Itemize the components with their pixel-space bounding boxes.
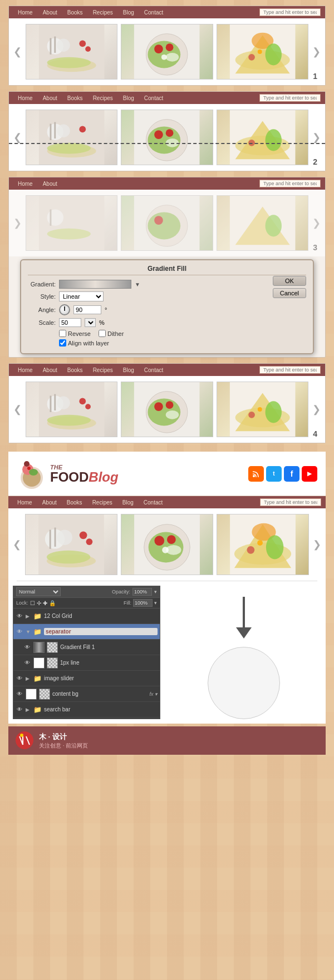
layer-expand-separator[interactable]: ▼	[26, 629, 31, 635]
svg-point-30	[79, 126, 86, 132]
nav-contact-4[interactable]: Contact	[140, 366, 168, 374]
layer-eye-separator[interactable]: 👁	[16, 628, 23, 635]
nav-home-3[interactable]: Home	[13, 180, 37, 188]
nav-search-1[interactable]	[259, 8, 321, 16]
nav-recipes-1[interactable]: Recipes	[89, 8, 117, 17]
layer-row-contentbg[interactable]: 👁 content bg fx ▾	[13, 686, 160, 702]
section-number-2: 2	[313, 157, 317, 166]
nav-home-4[interactable]: Home	[13, 366, 37, 374]
food-image-1-1	[26, 24, 117, 80]
style-select[interactable]: Linear	[59, 291, 104, 301]
nav-search-4[interactable]	[259, 366, 321, 374]
nav-about-1[interactable]: About	[38, 8, 62, 17]
nav-recipes-4[interactable]: Recipes	[89, 366, 117, 374]
svg-point-21	[248, 54, 255, 61]
ok-button[interactable]: OK	[273, 276, 306, 286]
nav-blog-2[interactable]: Blog	[119, 94, 139, 102]
nav-about-final[interactable]: About	[38, 498, 61, 507]
food-image-f-2	[121, 514, 213, 575]
nav-contact-1[interactable]: Contact	[140, 8, 168, 17]
blend-mode-select[interactable]: Normal	[16, 587, 61, 596]
nav-books-4[interactable]: Books	[63, 366, 87, 374]
nav-search-2[interactable]	[259, 94, 321, 102]
facebook-button[interactable]: f	[284, 466, 299, 482]
next-arrow-4[interactable]: ❯	[312, 403, 321, 415]
lock-icon-3[interactable]: ✚	[43, 600, 47, 606]
nav-blog-final[interactable]: Blog	[118, 498, 138, 507]
next-arrow-3[interactable]: ❯	[312, 217, 321, 229]
gradient-arrow[interactable]: ▼	[135, 281, 140, 288]
prev-arrow-4[interactable]: ❮	[13, 403, 22, 415]
reverse-checkbox[interactable]	[59, 330, 66, 337]
opacity-input[interactable]	[132, 588, 152, 596]
prev-arrow-3[interactable]: ❯	[13, 217, 22, 229]
cancel-button[interactable]: Cancel	[273, 288, 306, 298]
svg-point-55	[47, 415, 91, 426]
nav-home-1[interactable]: Home	[13, 8, 37, 17]
layer-row-imageslider[interactable]: 👁 ▶ 📁 image slider	[13, 671, 160, 686]
lock-icon-1[interactable]: ☐	[30, 600, 35, 606]
layer-fx-icon[interactable]: fx ▾	[149, 691, 158, 697]
nav-home-2[interactable]: Home	[13, 94, 37, 102]
opacity-dropdown-icon[interactable]: ▾	[154, 589, 157, 595]
nav-books-1[interactable]: Books	[63, 8, 87, 17]
dither-checkbox[interactable]	[99, 330, 106, 337]
nav-blog-4[interactable]: Blog	[119, 366, 139, 374]
nav-contact-final[interactable]: Contact	[139, 498, 167, 507]
next-arrow-2[interactable]: ❯	[312, 131, 321, 143]
nav-about-3[interactable]: About	[38, 180, 62, 188]
nav-about-4[interactable]: About	[38, 366, 62, 374]
layer-row-1pxline[interactable]: 👁 1px line	[13, 655, 160, 671]
angle-input[interactable]	[73, 305, 101, 314]
nav-recipes-final[interactable]: Recipes	[88, 498, 117, 507]
scale-input[interactable]	[59, 318, 81, 327]
layer-expand-12col[interactable]: ▶	[26, 613, 31, 619]
layer-name-separator: separator	[44, 628, 158, 635]
nav-search-3[interactable]	[259, 180, 321, 187]
svg-point-72	[248, 412, 255, 418]
twitter-button[interactable]: t	[266, 466, 282, 482]
nav-books-final[interactable]: Books	[62, 498, 87, 507]
prev-arrow-1[interactable]: ❮	[13, 46, 22, 58]
angle-label: Angle:	[28, 306, 56, 313]
nav-about-2[interactable]: About	[38, 94, 62, 102]
reverse-checkbox-label: Reverse	[59, 330, 91, 337]
youtube-button[interactable]: ▶	[302, 466, 317, 482]
svg-point-101	[266, 535, 283, 559]
gradient-preview[interactable]	[59, 280, 131, 289]
nav-books-2[interactable]: Books	[63, 94, 87, 102]
style-row: Style: Linear	[28, 291, 306, 301]
layer-expand-imageslider[interactable]: ▶	[26, 676, 31, 681]
fill-input[interactable]	[133, 599, 153, 607]
scale-dropdown[interactable]: ▾	[85, 318, 96, 327]
layer-row-12col[interactable]: 👁 ▶ 📁 12 Col Grid	[13, 608, 160, 624]
layer-row-separator[interactable]: 👁 ▼ 📁 separator	[13, 624, 160, 640]
layer-eye-12col[interactable]: 👁	[16, 613, 23, 619]
prev-arrow-2[interactable]: ❮	[13, 131, 22, 143]
lock-icon-4[interactable]: 🔒	[49, 600, 56, 606]
align-checkbox[interactable]	[59, 339, 66, 347]
angle-knob[interactable]	[59, 304, 70, 315]
nav-blog-1[interactable]: Blog	[119, 8, 139, 17]
lock-icon-2[interactable]: ✢	[37, 600, 41, 606]
layer-eye-contentbg[interactable]: 👁	[16, 691, 23, 697]
nav-recipes-2[interactable]: Recipes	[89, 94, 117, 102]
layer-eye-searchbar[interactable]: 👁	[16, 706, 23, 712]
layer-row-searchbar[interactable]: 👁 ▶ 📁 search bar	[13, 702, 160, 717]
layer-eye-1pxline[interactable]: 👁	[23, 660, 31, 666]
next-arrow-final[interactable]: ❯	[313, 538, 321, 551]
layer-eye-gradient[interactable]: 👁	[23, 644, 31, 650]
svg-point-104	[16, 731, 33, 749]
layer-eye-imageslider[interactable]: 👁	[16, 675, 23, 681]
next-arrow-1[interactable]: ❯	[312, 46, 321, 58]
prev-arrow-final[interactable]: ❮	[13, 538, 21, 551]
layer-expand-searchbar[interactable]: ▶	[26, 707, 31, 712]
fill-dropdown-icon[interactable]: ▾	[154, 600, 157, 606]
nav-search-final[interactable]	[260, 498, 321, 506]
layer-row-gradient[interactable]: 👁 Gradient Fill 1	[13, 640, 160, 655]
nav-home-final[interactable]: Home	[13, 498, 37, 507]
rss-button[interactable]	[248, 466, 264, 482]
nav-contact-2[interactable]: Contact	[140, 94, 168, 102]
arrow-head	[236, 627, 252, 639]
watermark-line2: 关注创意 · 前沿网页	[39, 742, 88, 750]
